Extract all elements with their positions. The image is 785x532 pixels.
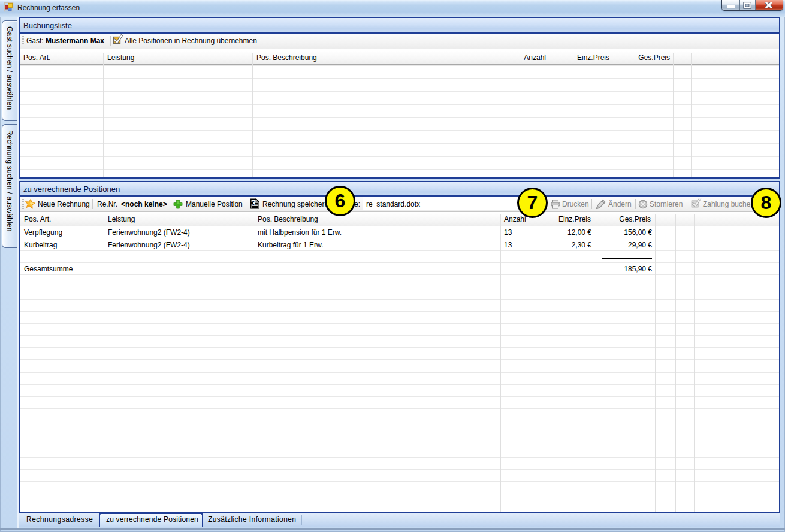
svg-text:€: € xyxy=(251,200,255,207)
